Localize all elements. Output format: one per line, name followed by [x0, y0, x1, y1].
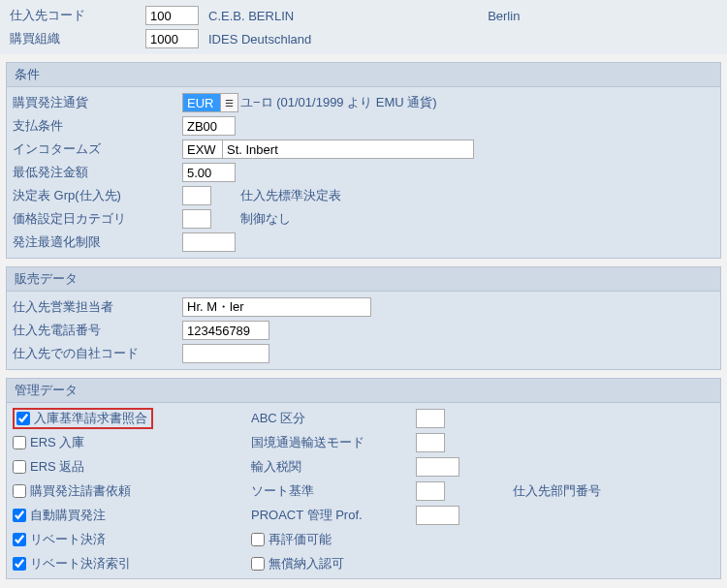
- sales-title: 販売データ: [7, 267, 720, 292]
- schema-label: 決定表 Grp(仕入先): [13, 187, 182, 204]
- minorder-input[interactable]: [182, 163, 236, 182]
- payterms-label: 支払条件: [13, 117, 182, 135]
- ers-in-label: ERS 入庫: [30, 434, 234, 451]
- rebateidx-label: リベート決済索引: [30, 555, 234, 573]
- reval-checkbox[interactable]: [251, 533, 265, 546]
- gr-iv-label: 入庫基準請求書照合: [34, 410, 149, 427]
- autopo-checkbox[interactable]: [13, 509, 26, 522]
- purchorg-row: 購買組織 IDES Deutschland: [10, 27, 717, 50]
- transport-input[interactable]: [416, 433, 445, 452]
- poreq-checkbox[interactable]: [13, 484, 26, 498]
- schema-row: 決定表 Grp(仕入先) 仕入先標準決定表: [13, 184, 714, 207]
- incoterms1-input[interactable]: [182, 139, 223, 159]
- proact-input[interactable]: [416, 506, 459, 525]
- header-section: 仕入先コード C.E.B. BERLIN Berlin 購買組織 IDES De…: [0, 0, 727, 54]
- proact-label: PROACT 管理 Prof.: [251, 507, 416, 524]
- rebateidx-row: リベート決済索引: [13, 552, 251, 574]
- conditions-body: 購買発注通貨 ☰ ユ−ロ (01/01/1999 より EMU 通貨) 支払条件…: [7, 87, 720, 258]
- mgmt-body: 入庫基準請求書照合 ERS 入庫 ERS 返品 購買発注請書依頼: [7, 403, 720, 578]
- mgmt-groupbox: 管理データ 入庫基準請求書照合 ERS 入庫 ERS 返品: [6, 378, 721, 579]
- gr-iv-checkbox[interactable]: [16, 412, 30, 425]
- pricedate-row: 価格設定日カテゴリ 制御なし: [13, 207, 714, 231]
- salesperson-input[interactable]: [182, 297, 371, 317]
- free-row: 無償納入認可: [251, 552, 714, 574]
- customs-row: 輸入税関: [251, 455, 714, 478]
- transport-label: 国境通過輸送モード: [251, 434, 416, 451]
- salesperson-label: 仕入先営業担当者: [13, 298, 182, 316]
- owncode-row: 仕入先での自社コード: [13, 342, 714, 365]
- customs-input[interactable]: [416, 457, 459, 477]
- rebateidx-checkbox[interactable]: [13, 557, 26, 571]
- incoterms-label: インコタームズ: [13, 140, 182, 158]
- mgmt-title: 管理データ: [7, 379, 720, 403]
- ers-ret-checkbox[interactable]: [13, 460, 26, 474]
- mgmt-mid-col: ABC 区分 国境通過輸送モード 輸入税関 ソート基準 仕入先部門番号: [251, 407, 714, 574]
- gr-iv-row: 入庫基準請求書照合: [13, 407, 251, 429]
- phone-label: 仕入先電話番号: [13, 322, 182, 339]
- orderopt-input[interactable]: [182, 232, 236, 252]
- purchorg-label: 購買組織: [10, 30, 145, 47]
- rebate-label: リベート決済: [30, 531, 234, 548]
- pricedate-input[interactable]: [182, 209, 211, 229]
- currency-label: 購買発注通貨: [13, 94, 182, 111]
- poreq-row: 購買発注請書依頼: [13, 480, 251, 502]
- minorder-row: 最低発注金額: [13, 161, 714, 184]
- customs-label: 輸入税関: [251, 458, 416, 476]
- currency-row: 購買発注通貨 ☰ ユ−ロ (01/01/1999 より EMU 通貨): [13, 91, 714, 114]
- sortkey-input[interactable]: [416, 481, 445, 501]
- currency-input[interactable]: [182, 93, 221, 112]
- sortkey-label: ソート基準: [251, 482, 416, 500]
- free-label: 無償納入認可: [269, 555, 344, 573]
- payterms-input[interactable]: [182, 116, 236, 136]
- vendor-city-text: Berlin: [488, 9, 520, 23]
- incoterms2-input[interactable]: [222, 139, 474, 159]
- transport-row: 国境通過輸送モード: [251, 431, 714, 453]
- purchorg-input[interactable]: [145, 29, 199, 48]
- vendor-name-text: C.E.B. BERLIN: [208, 9, 294, 23]
- ers-in-row: ERS 入庫: [13, 431, 251, 453]
- proact-row: PROACT 管理 Prof.: [251, 504, 714, 526]
- ers-ret-label: ERS 返品: [30, 458, 234, 476]
- schema-input[interactable]: [182, 186, 211, 205]
- conditions-groupbox: 条件 購買発注通貨 ☰ ユ−ロ (01/01/1999 より EMU 通貨) 支…: [6, 62, 721, 259]
- purchorg-desc-text: IDES Deutschland: [208, 32, 311, 46]
- currency-desc: ユ−ロ (01/01/1999 より EMU 通貨): [240, 94, 437, 111]
- abc-label: ABC 区分: [251, 410, 416, 427]
- vendor-code-input[interactable]: [145, 6, 199, 25]
- value-help-icon[interactable]: ☰: [221, 93, 238, 112]
- sortkey-row: ソート基準 仕入先部門番号: [251, 480, 714, 502]
- reval-row: 再評価可能: [251, 528, 714, 550]
- conditions-title: 条件: [7, 63, 720, 87]
- owncode-input[interactable]: [182, 344, 269, 363]
- ers-ret-row: ERS 返品: [13, 455, 251, 478]
- abc-row: ABC 区分: [251, 407, 714, 429]
- orderopt-label: 発注最適化制限: [13, 233, 182, 251]
- rebate-checkbox[interactable]: [13, 533, 26, 546]
- ers-in-checkbox[interactable]: [13, 436, 26, 449]
- autopo-label: 自動購買発注: [30, 507, 234, 524]
- incoterms-row: インコタームズ: [13, 138, 714, 161]
- minorder-label: 最低発注金額: [13, 164, 182, 181]
- payterms-row: 支払条件: [13, 114, 714, 138]
- reval-label: 再評価可能: [269, 531, 332, 548]
- pricedate-desc: 制御なし: [240, 210, 291, 228]
- sales-body: 仕入先営業担当者 仕入先電話番号 仕入先での自社コード: [7, 292, 720, 369]
- vendor-code-label: 仕入先コード: [10, 7, 145, 24]
- free-checkbox[interactable]: [251, 557, 265, 571]
- gr-iv-highlight: 入庫基準請求書照合: [13, 408, 153, 429]
- subrange-label: 仕入先部門番号: [513, 482, 601, 500]
- mgmt-left-col: 入庫基準請求書照合 ERS 入庫 ERS 返品 購買発注請書依頼: [13, 407, 251, 574]
- phone-row: 仕入先電話番号: [13, 319, 714, 342]
- pricedate-label: 価格設定日カテゴリ: [13, 210, 182, 228]
- sales-groupbox: 販売データ 仕入先営業担当者 仕入先電話番号 仕入先での自社コード: [6, 266, 721, 370]
- orderopt-row: 発注最適化制限: [13, 231, 714, 254]
- poreq-label: 購買発注請書依頼: [30, 482, 234, 500]
- salesperson-row: 仕入先営業担当者: [13, 295, 714, 319]
- owncode-label: 仕入先での自社コード: [13, 345, 182, 362]
- abc-input[interactable]: [416, 409, 445, 428]
- phone-input[interactable]: [182, 321, 269, 340]
- autopo-row: 自動購買発注: [13, 504, 251, 526]
- schema-desc: 仕入先標準決定表: [240, 187, 341, 204]
- rebate-row: リベート決済: [13, 528, 251, 550]
- vendor-row: 仕入先コード C.E.B. BERLIN Berlin: [10, 4, 717, 27]
